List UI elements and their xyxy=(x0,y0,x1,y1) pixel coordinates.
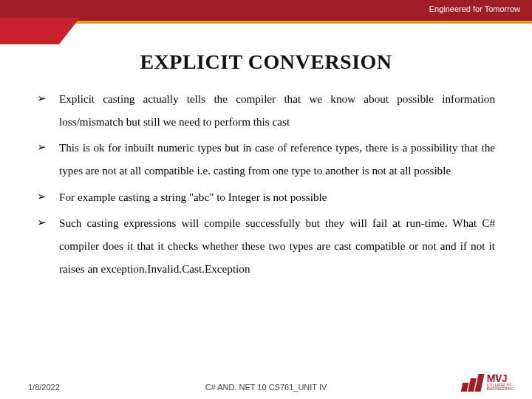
logo-big: MVJ xyxy=(487,373,514,383)
bullet-item: For example casting a string "abc" to In… xyxy=(37,185,495,208)
slide-content: Explicit casting actually tells the comp… xyxy=(0,74,532,280)
bullet-item: This is ok for inbuilt numeric types but… xyxy=(37,136,495,182)
bullet-item: Such casting expressions will compile su… xyxy=(37,211,495,280)
college-logo: MVJ COLLEGE OF ENGINEERING xyxy=(462,372,514,392)
bullet-list: Explicit casting actually tells the comp… xyxy=(37,87,495,280)
logo-text: MVJ COLLEGE OF ENGINEERING xyxy=(487,373,514,391)
footer-date: 1/8/2022 xyxy=(28,383,60,392)
logo-line2: ENGINEERING xyxy=(487,387,514,391)
bullet-item: Explicit casting actually tells the comp… xyxy=(37,87,495,133)
corner-tab xyxy=(0,18,59,44)
footer-center: C# AND. NET 10 CS761_UNIT IV xyxy=(205,383,327,392)
logo-mark-icon xyxy=(462,372,484,392)
accent-line xyxy=(0,21,532,24)
header-bar: Engineered for Tomorrow xyxy=(0,0,532,21)
header-tagline: Engineered for Tomorrow xyxy=(429,4,520,13)
slide-title: EXPLICIT CONVERSION xyxy=(0,50,532,74)
